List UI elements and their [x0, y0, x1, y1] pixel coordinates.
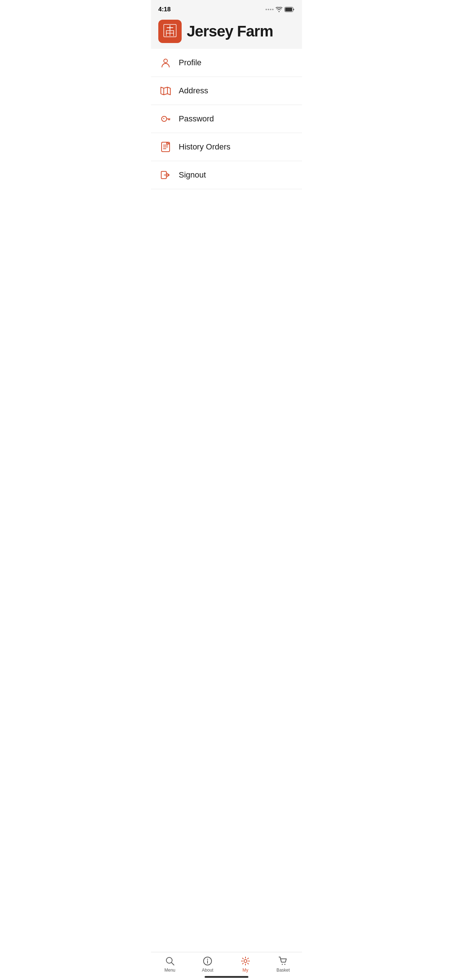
svg-point-15 — [163, 118, 164, 119]
menu-item-signout[interactable]: Signout — [151, 161, 302, 189]
document-icon — [160, 141, 171, 153]
app-title: Jersey Farm — [187, 22, 273, 40]
app-logo — [158, 20, 182, 43]
wifi-icon — [276, 7, 282, 12]
svg-rect-1 — [285, 8, 292, 11]
battery-icon — [284, 7, 295, 12]
signout-icon — [160, 169, 171, 181]
logo-text — [162, 22, 178, 40]
password-label: Password — [179, 114, 214, 124]
key-icon — [160, 113, 171, 125]
menu-item-history-orders[interactable]: History Orders — [151, 133, 302, 161]
address-label: Address — [179, 86, 208, 95]
signal-icon — [266, 9, 274, 10]
history-orders-label: History Orders — [179, 142, 231, 152]
app-header: Jersey Farm — [151, 16, 302, 49]
menu-list: Profile Address Password — [151, 49, 302, 226]
status-time: 4:18 — [158, 6, 171, 13]
status-bar: 4:18 — [151, 0, 302, 16]
menu-item-profile[interactable]: Profile — [151, 49, 302, 77]
menu-item-password[interactable]: Password — [151, 105, 302, 133]
person-icon — [160, 57, 171, 68]
map-icon — [160, 85, 171, 97]
profile-label: Profile — [179, 58, 201, 67]
status-icons — [266, 7, 295, 12]
signout-label: Signout — [179, 170, 206, 180]
menu-item-address[interactable]: Address — [151, 77, 302, 105]
svg-point-11 — [164, 59, 167, 63]
